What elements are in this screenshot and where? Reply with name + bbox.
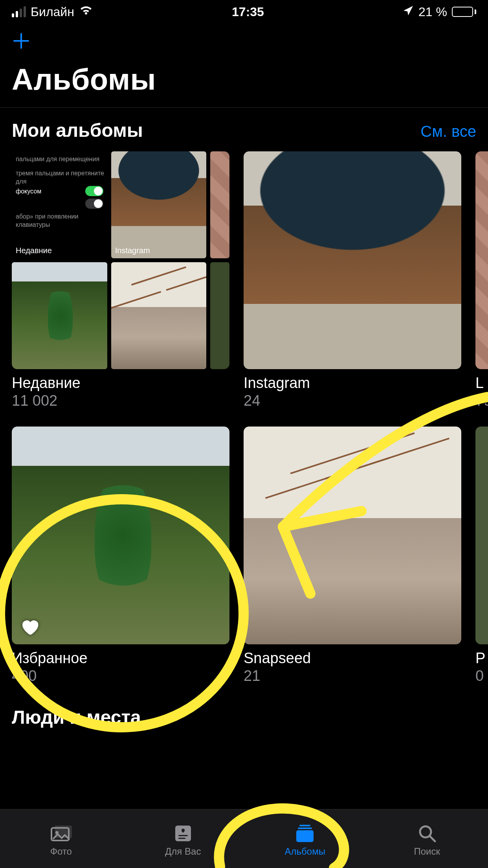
- album-recents[interactable]: пальцами для перемещения тремя пальцами …: [12, 151, 229, 409]
- mini-thumb: пальцами для перемещения тремя пальцами …: [12, 151, 107, 258]
- page-title: Альбомы: [0, 58, 488, 107]
- album-favorites[interactable]: Избранное 400: [12, 427, 229, 684]
- divider: [0, 107, 488, 108]
- tab-label: Фото: [50, 846, 72, 857]
- wifi-icon: [79, 5, 93, 19]
- location-icon: [403, 5, 414, 19]
- album-snapseed[interactable]: Snapseed 21: [244, 427, 461, 684]
- tab-photos[interactable]: Фото: [22, 823, 100, 857]
- album-partial[interactable]: P 0: [475, 427, 488, 684]
- album-thumb: пальцами для перемещения тремя пальцами …: [12, 151, 229, 369]
- svg-rect-8: [296, 830, 314, 842]
- albums-row-1: пальцами для перемещения тремя пальцами …: [0, 151, 488, 409]
- status-bar: Билайн 17:35 21 %: [0, 0, 488, 24]
- mini-thumb: [210, 151, 229, 258]
- album-thumb: [475, 427, 488, 644]
- mini-thumb: Instagram: [111, 151, 207, 258]
- carrier-label: Билайн: [31, 5, 74, 19]
- album-title: Instagram: [244, 375, 461, 392]
- section-title-people-places: Люди и места: [0, 684, 488, 728]
- album-title: Snapseed: [244, 650, 461, 667]
- album-count: 400: [12, 668, 229, 684]
- album-title: P: [475, 650, 488, 667]
- album-thumb: [244, 427, 461, 644]
- tab-albums[interactable]: Альбомы: [266, 823, 344, 857]
- album-count: 11 002: [12, 392, 229, 409]
- battery-icon: [452, 7, 476, 17]
- battery-percent: 21 %: [418, 5, 447, 19]
- nav-bar: [0, 24, 488, 58]
- album-title: Недавние: [12, 375, 229, 392]
- album-title: L: [475, 375, 488, 392]
- mini-thumb: [12, 262, 107, 369]
- for-you-icon: [171, 823, 195, 844]
- album-instagram[interactable]: Instagram 24: [244, 151, 461, 409]
- album-count: 0: [475, 668, 488, 684]
- albums-row-2: Избранное 400 Snapseed 21 P 0: [0, 427, 488, 684]
- tab-bar: Фото Для Вас Альбомы Поиск: [0, 809, 488, 868]
- mini-thumb: [111, 262, 207, 369]
- album-thumb: [475, 151, 488, 369]
- album-partial[interactable]: L 79: [475, 151, 488, 409]
- cellular-signal-icon: [12, 6, 26, 17]
- tab-label: Альбомы: [285, 846, 325, 857]
- tab-label: Поиск: [414, 846, 440, 857]
- svg-rect-5: [178, 838, 185, 839]
- see-all-button[interactable]: См. все: [420, 123, 476, 140]
- album-count: 79: [475, 392, 488, 409]
- album-thumb: [244, 151, 461, 369]
- album-thumb: [12, 427, 229, 644]
- svg-rect-7: [298, 828, 312, 829]
- photos-icon: [49, 823, 73, 844]
- tab-label: Для Вас: [165, 846, 201, 857]
- album-count: 21: [244, 668, 461, 684]
- search-icon: [415, 823, 439, 844]
- tab-search[interactable]: Поиск: [388, 823, 466, 857]
- section-header-my-albums: Мои альбомы См. все: [0, 120, 488, 151]
- heart-icon: [19, 616, 40, 637]
- svg-rect-4: [178, 835, 188, 836]
- album-count: 24: [244, 392, 461, 409]
- svg-rect-6: [299, 825, 310, 826]
- svg-line-10: [430, 836, 435, 841]
- albums-icon: [293, 823, 317, 844]
- section-title: Мои альбомы: [12, 120, 143, 141]
- tab-for-you[interactable]: Для Вас: [144, 823, 222, 857]
- status-time: 17:35: [232, 5, 264, 19]
- status-left: Билайн: [12, 5, 93, 19]
- status-right: 21 %: [403, 5, 476, 19]
- mini-thumb: [210, 262, 229, 369]
- add-album-button[interactable]: [12, 31, 31, 50]
- album-title: Избранное: [12, 650, 229, 667]
